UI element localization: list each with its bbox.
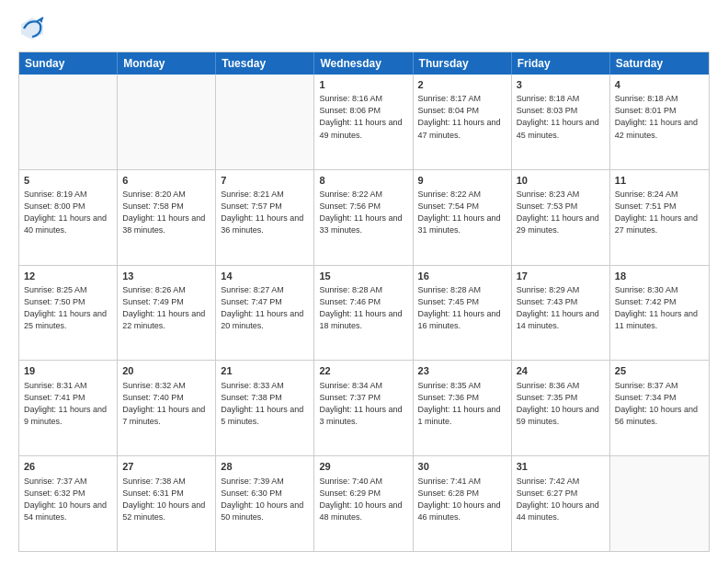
calendar-cell-day-15: 15Sunrise: 8:28 AM Sunset: 7:46 PM Dayli… bbox=[314, 266, 413, 361]
calendar-grid: SundayMondayTuesdayWednesdayThursdayFrid… bbox=[18, 52, 710, 552]
day-number: 12 bbox=[24, 270, 112, 283]
calendar-cell-day-17: 17Sunrise: 8:29 AM Sunset: 7:43 PM Dayli… bbox=[512, 266, 610, 361]
calendar-cell-day-20: 20Sunrise: 8:32 AM Sunset: 7:40 PM Dayli… bbox=[118, 361, 216, 455]
cell-daylight-info: Sunrise: 7:42 AM Sunset: 6:27 PM Dayligh… bbox=[517, 476, 605, 523]
logo-icon bbox=[18, 15, 46, 42]
header-day-monday: Monday bbox=[118, 52, 216, 75]
calendar-page: SundayMondayTuesdayWednesdayThursdayFrid… bbox=[0, 0, 728, 563]
calendar-cell-day-31: 31Sunrise: 7:42 AM Sunset: 6:27 PM Dayli… bbox=[512, 456, 610, 551]
day-number: 21 bbox=[221, 364, 309, 378]
calendar-cell-empty bbox=[19, 75, 118, 169]
calendar-cell-day-16: 16Sunrise: 8:28 AM Sunset: 7:45 PM Dayli… bbox=[414, 266, 512, 361]
cell-daylight-info: Sunrise: 8:31 AM Sunset: 7:41 PM Dayligh… bbox=[24, 380, 112, 428]
cell-daylight-info: Sunrise: 8:18 AM Sunset: 8:03 PM Dayligh… bbox=[517, 93, 605, 141]
calendar-cell-day-22: 22Sunrise: 8:34 AM Sunset: 7:37 PM Dayli… bbox=[314, 361, 413, 455]
logo bbox=[18, 15, 51, 42]
calendar-cell-day-6: 6Sunrise: 8:20 AM Sunset: 7:58 PM Daylig… bbox=[118, 170, 216, 265]
header-day-saturday: Saturday bbox=[610, 52, 709, 75]
day-number: 15 bbox=[319, 270, 407, 283]
calendar-cell-day-9: 9Sunrise: 8:22 AM Sunset: 7:54 PM Daylig… bbox=[414, 170, 512, 265]
calendar-cell-day-13: 13Sunrise: 8:26 AM Sunset: 7:49 PM Dayli… bbox=[118, 266, 216, 361]
calendar-body: 1Sunrise: 8:16 AM Sunset: 8:06 PM Daylig… bbox=[19, 75, 709, 551]
cell-daylight-info: Sunrise: 7:39 AM Sunset: 6:30 PM Dayligh… bbox=[221, 476, 309, 523]
calendar-cell-day-11: 11Sunrise: 8:24 AM Sunset: 7:51 PM Dayli… bbox=[610, 170, 709, 265]
cell-daylight-info: Sunrise: 8:19 AM Sunset: 8:00 PM Dayligh… bbox=[24, 189, 112, 236]
day-number: 20 bbox=[122, 364, 210, 378]
day-number: 4 bbox=[615, 78, 704, 92]
calendar-header: SundayMondayTuesdayWednesdayThursdayFrid… bbox=[19, 52, 709, 75]
day-number: 7 bbox=[221, 174, 309, 188]
day-number: 23 bbox=[418, 364, 506, 378]
cell-daylight-info: Sunrise: 8:23 AM Sunset: 7:53 PM Dayligh… bbox=[517, 189, 605, 236]
day-number: 29 bbox=[319, 460, 407, 474]
cell-daylight-info: Sunrise: 7:41 AM Sunset: 6:28 PM Dayligh… bbox=[418, 476, 506, 523]
calendar-cell-day-14: 14Sunrise: 8:27 AM Sunset: 7:47 PM Dayli… bbox=[216, 266, 314, 361]
cell-daylight-info: Sunrise: 8:32 AM Sunset: 7:40 PM Dayligh… bbox=[122, 380, 210, 428]
cell-daylight-info: Sunrise: 8:21 AM Sunset: 7:57 PM Dayligh… bbox=[221, 189, 309, 236]
header-day-friday: Friday bbox=[512, 52, 610, 75]
day-number: 22 bbox=[319, 364, 407, 378]
cell-daylight-info: Sunrise: 8:17 AM Sunset: 8:04 PM Dayligh… bbox=[418, 93, 506, 141]
cell-daylight-info: Sunrise: 7:40 AM Sunset: 6:29 PM Dayligh… bbox=[319, 476, 407, 523]
calendar-cell-empty bbox=[610, 456, 709, 551]
calendar-cell-day-19: 19Sunrise: 8:31 AM Sunset: 7:41 PM Dayli… bbox=[19, 361, 118, 455]
page-header bbox=[18, 15, 710, 42]
cell-daylight-info: Sunrise: 8:37 AM Sunset: 7:34 PM Dayligh… bbox=[615, 380, 704, 428]
cell-daylight-info: Sunrise: 8:29 AM Sunset: 7:43 PM Dayligh… bbox=[517, 284, 605, 332]
day-number: 13 bbox=[122, 270, 210, 283]
header-day-sunday: Sunday bbox=[19, 52, 118, 75]
cell-daylight-info: Sunrise: 8:24 AM Sunset: 7:51 PM Dayligh… bbox=[615, 189, 704, 236]
calendar-row-4: 19Sunrise: 8:31 AM Sunset: 7:41 PM Dayli… bbox=[19, 360, 709, 455]
cell-daylight-info: Sunrise: 8:16 AM Sunset: 8:06 PM Dayligh… bbox=[319, 93, 407, 141]
cell-daylight-info: Sunrise: 8:33 AM Sunset: 7:38 PM Dayligh… bbox=[221, 380, 309, 428]
cell-daylight-info: Sunrise: 8:18 AM Sunset: 8:01 PM Dayligh… bbox=[615, 93, 704, 141]
cell-daylight-info: Sunrise: 7:38 AM Sunset: 6:31 PM Dayligh… bbox=[122, 476, 210, 523]
cell-daylight-info: Sunrise: 8:22 AM Sunset: 7:54 PM Dayligh… bbox=[418, 189, 506, 236]
calendar-cell-day-27: 27Sunrise: 7:38 AM Sunset: 6:31 PM Dayli… bbox=[118, 456, 216, 551]
calendar-cell-day-1: 1Sunrise: 8:16 AM Sunset: 8:06 PM Daylig… bbox=[314, 75, 413, 169]
day-number: 9 bbox=[418, 174, 506, 188]
calendar-cell-day-24: 24Sunrise: 8:36 AM Sunset: 7:35 PM Dayli… bbox=[512, 361, 610, 455]
calendar-cell-day-23: 23Sunrise: 8:35 AM Sunset: 7:36 PM Dayli… bbox=[414, 361, 512, 455]
calendar-cell-day-10: 10Sunrise: 8:23 AM Sunset: 7:53 PM Dayli… bbox=[512, 170, 610, 265]
day-number: 3 bbox=[517, 78, 605, 92]
cell-daylight-info: Sunrise: 7:37 AM Sunset: 6:32 PM Dayligh… bbox=[24, 476, 112, 523]
cell-daylight-info: Sunrise: 8:26 AM Sunset: 7:49 PM Dayligh… bbox=[122, 284, 210, 332]
calendar-cell-day-30: 30Sunrise: 7:41 AM Sunset: 6:28 PM Dayli… bbox=[414, 456, 512, 551]
day-number: 10 bbox=[517, 174, 605, 188]
day-number: 25 bbox=[615, 364, 704, 378]
calendar-cell-day-21: 21Sunrise: 8:33 AM Sunset: 7:38 PM Dayli… bbox=[216, 361, 314, 455]
cell-daylight-info: Sunrise: 8:20 AM Sunset: 7:58 PM Dayligh… bbox=[122, 189, 210, 236]
day-number: 1 bbox=[319, 78, 407, 92]
calendar-cell-day-2: 2Sunrise: 8:17 AM Sunset: 8:04 PM Daylig… bbox=[414, 75, 512, 169]
day-number: 14 bbox=[221, 270, 309, 283]
calendar-cell-day-8: 8Sunrise: 8:22 AM Sunset: 7:56 PM Daylig… bbox=[314, 170, 413, 265]
calendar-cell-empty bbox=[118, 75, 216, 169]
calendar-cell-day-12: 12Sunrise: 8:25 AM Sunset: 7:50 PM Dayli… bbox=[19, 266, 118, 361]
calendar-row-3: 12Sunrise: 8:25 AM Sunset: 7:50 PM Dayli… bbox=[19, 265, 709, 361]
calendar-cell-day-7: 7Sunrise: 8:21 AM Sunset: 7:57 PM Daylig… bbox=[216, 170, 314, 265]
cell-daylight-info: Sunrise: 8:36 AM Sunset: 7:35 PM Dayligh… bbox=[517, 380, 605, 428]
day-number: 28 bbox=[221, 460, 309, 474]
day-number: 19 bbox=[24, 364, 112, 378]
calendar-cell-empty bbox=[216, 75, 314, 169]
calendar-cell-day-29: 29Sunrise: 7:40 AM Sunset: 6:29 PM Dayli… bbox=[314, 456, 413, 551]
calendar-cell-day-25: 25Sunrise: 8:37 AM Sunset: 7:34 PM Dayli… bbox=[610, 361, 709, 455]
calendar-cell-day-26: 26Sunrise: 7:37 AM Sunset: 6:32 PM Dayli… bbox=[19, 456, 118, 551]
day-number: 6 bbox=[122, 174, 210, 188]
day-number: 31 bbox=[517, 460, 605, 474]
day-number: 27 bbox=[122, 460, 210, 474]
day-number: 18 bbox=[615, 270, 704, 283]
day-number: 2 bbox=[418, 78, 506, 92]
day-number: 16 bbox=[418, 270, 506, 283]
calendar-row-5: 26Sunrise: 7:37 AM Sunset: 6:32 PM Dayli… bbox=[19, 455, 709, 551]
calendar-cell-day-5: 5Sunrise: 8:19 AM Sunset: 8:00 PM Daylig… bbox=[19, 170, 118, 265]
header-day-tuesday: Tuesday bbox=[216, 52, 314, 75]
cell-daylight-info: Sunrise: 8:28 AM Sunset: 7:46 PM Dayligh… bbox=[319, 284, 407, 332]
calendar-row-2: 5Sunrise: 8:19 AM Sunset: 8:00 PM Daylig… bbox=[19, 169, 709, 265]
cell-daylight-info: Sunrise: 8:22 AM Sunset: 7:56 PM Dayligh… bbox=[319, 189, 407, 236]
header-day-wednesday: Wednesday bbox=[314, 52, 413, 75]
calendar-cell-day-3: 3Sunrise: 8:18 AM Sunset: 8:03 PM Daylig… bbox=[512, 75, 610, 169]
cell-daylight-info: Sunrise: 8:25 AM Sunset: 7:50 PM Dayligh… bbox=[24, 284, 112, 332]
day-number: 17 bbox=[517, 270, 605, 283]
